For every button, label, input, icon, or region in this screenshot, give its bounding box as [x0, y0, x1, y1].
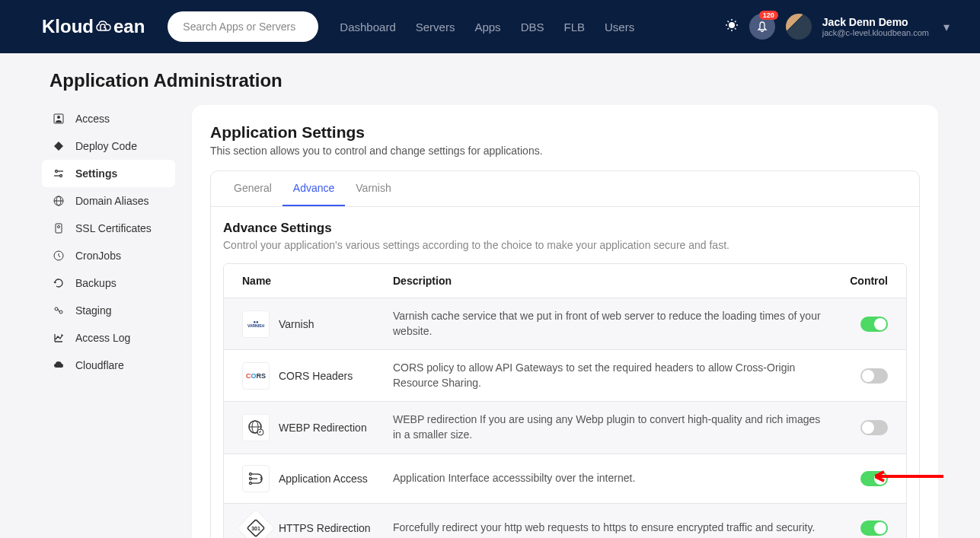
svg-point-0: [729, 22, 735, 28]
clock-icon: [53, 250, 65, 262]
header-right: 120 Jack Denn Demo jack@c-level.kloudbea…: [725, 14, 950, 40]
main-layout: Access Deploy Code Settings Domain Alias…: [0, 105, 980, 538]
header: Kloud ean Dashboard Servers Apps DBS FLB…: [0, 0, 980, 53]
row-desc-cell: Application Interface accesssibilty over…: [393, 471, 842, 486]
row-control-cell: [842, 368, 888, 384]
svg-point-29: [250, 482, 252, 484]
toggle-webp[interactable]: [860, 420, 888, 435]
sidebar-label: Access Log: [75, 332, 130, 344]
row-control-cell: [842, 317, 888, 332]
row-name-label: HTTPS Redirection: [279, 522, 371, 534]
row-desc-cell: WEBP redirection If you are using any We…: [393, 412, 842, 442]
refresh-icon: [53, 277, 65, 289]
row-desc-cell: Varnish cache service that we put in fro…: [393, 309, 842, 339]
row-name-label: WEBP Redirection: [279, 422, 367, 434]
row-name-cell: 301 HTTPS Redirection: [242, 514, 393, 538]
bell-icon: [756, 21, 768, 33]
sidebar: Access Deploy Code Settings Domain Alias…: [42, 105, 175, 538]
avatar[interactable]: [786, 14, 812, 40]
col-header-desc: Description: [393, 275, 842, 287]
sidebar-item-backups[interactable]: Backups: [42, 269, 175, 297]
sidebar-label: Cloudflare: [75, 359, 124, 371]
cors-icon: CORS: [242, 362, 270, 390]
logo[interactable]: Kloud ean: [42, 16, 145, 37]
row-desc-cell: Forcefully redirect your http web reques…: [393, 520, 842, 536]
sidebar-item-settings[interactable]: Settings: [42, 160, 175, 187]
sidebar-item-deploy[interactable]: Deploy Code: [42, 132, 175, 160]
section-subtitle: This section allows you to control and c…: [210, 145, 920, 157]
content-panel: Application Settings This section allows…: [192, 105, 938, 538]
user-name: Jack Denn Demo: [822, 16, 929, 28]
row-name-label: Application Access: [279, 473, 368, 485]
sidebar-item-staging[interactable]: Staging: [42, 297, 175, 324]
inner-section: Advance Settings Control your applicatio…: [211, 207, 919, 538]
theme-toggle-icon[interactable]: [725, 18, 739, 35]
tab-advance[interactable]: Advance: [283, 171, 345, 206]
svg-point-21: [55, 307, 58, 310]
https-icon: 301: [237, 508, 276, 538]
sidebar-label: Access: [75, 113, 110, 125]
svg-point-11: [56, 170, 58, 173]
sidebar-item-ssl[interactable]: SSL Certificates: [42, 215, 175, 242]
svg-point-13: [60, 175, 62, 177]
nav-apps[interactable]: Apps: [474, 21, 500, 33]
svg-line-6: [735, 28, 736, 30]
tab-general[interactable]: General: [223, 171, 283, 206]
logo-text-2: ean: [113, 16, 145, 37]
sidebar-label: Backups: [75, 277, 117, 289]
sidebar-item-cloudflare[interactable]: Cloudflare: [42, 352, 175, 379]
notifications-button[interactable]: 120: [749, 14, 775, 40]
user-menu-caret-icon[interactable]: ▾: [943, 20, 950, 34]
nav-flb[interactable]: FLB: [563, 21, 585, 33]
svg-point-28: [250, 477, 252, 479]
logo-text-1: Kloud: [42, 16, 94, 37]
webp-icon: [242, 414, 270, 441]
user-email: jack@c-level.kloudbean.com: [822, 28, 929, 37]
search-box[interactable]: [168, 11, 318, 42]
notification-badge: 120: [759, 11, 778, 20]
row-name-cell: Application Access: [242, 465, 393, 492]
tabs: General Advance Varnish: [211, 171, 919, 207]
sidebar-label: Settings: [75, 167, 117, 180]
sidebar-item-domain[interactable]: Domain Aliases: [42, 187, 175, 215]
row-name-label: Varnish: [279, 318, 314, 330]
svg-point-22: [59, 310, 62, 314]
search-input[interactable]: [183, 21, 303, 33]
table-row: Application Access Application Interface…: [224, 454, 906, 504]
user-icon: [53, 113, 65, 125]
sidebar-item-access[interactable]: Access: [42, 105, 175, 132]
table-row: WEBP Redirection WEBP redirection If you…: [224, 402, 906, 454]
sidebar-item-cron[interactable]: CronJobs: [42, 242, 175, 269]
table-row: CORS CORS Headers CORS policy to allow A…: [224, 350, 906, 402]
diamond-icon: [53, 140, 65, 152]
svg-line-7: [727, 28, 729, 30]
inner-subtitle: Control your application's various setti…: [223, 239, 907, 251]
svg-point-27: [250, 473, 252, 475]
tab-varnish[interactable]: Varnish: [345, 171, 401, 206]
nav-dbs[interactable]: DBS: [521, 21, 544, 33]
staging-icon: [53, 304, 65, 317]
table-row: 301 HTTPS Redirection Forcefully redirec…: [224, 504, 906, 538]
sidebar-label: Domain Aliases: [75, 195, 149, 207]
globe-icon: [53, 195, 65, 207]
toggle-cors[interactable]: [860, 368, 888, 384]
sidebar-label: Staging: [75, 304, 111, 317]
nav-links: Dashboard Servers Apps DBS FLB Users: [340, 21, 634, 33]
nav-users[interactable]: Users: [605, 21, 634, 33]
row-name-cell: WEBP Redirection: [242, 414, 393, 441]
sidebar-label: SSL Certificates: [75, 222, 152, 234]
sidebar-item-log[interactable]: Access Log: [42, 324, 175, 352]
nav-servers[interactable]: Servers: [416, 21, 455, 33]
cloud-icon: [53, 359, 65, 371]
access-icon: [242, 465, 270, 492]
col-header-name: Name: [242, 275, 393, 287]
sidebar-label: CronJobs: [75, 250, 121, 262]
nav-dashboard[interactable]: Dashboard: [340, 21, 395, 33]
section-title: Application Settings: [210, 123, 920, 142]
toggle-https[interactable]: [860, 520, 888, 536]
page-title: Application Administration: [0, 53, 980, 105]
user-info[interactable]: Jack Denn Demo jack@c-level.kloudbean.co…: [822, 16, 929, 37]
row-control-cell: [842, 520, 888, 536]
toggle-varnish[interactable]: [860, 317, 888, 332]
cert-icon: [53, 222, 65, 234]
